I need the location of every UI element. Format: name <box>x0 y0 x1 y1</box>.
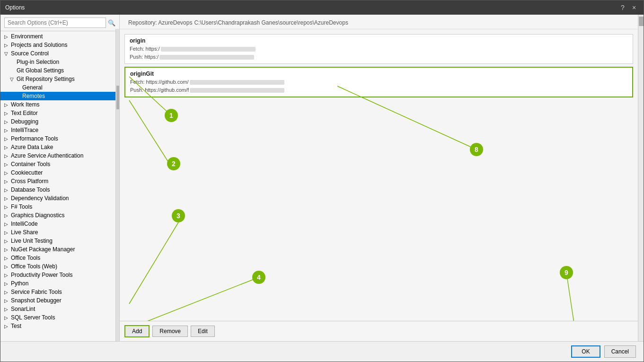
tree-arrow-cookiecutter: ▷ <box>4 170 10 176</box>
sidebar-item-live-unit-testing[interactable]: ▷Live Unit Testing <box>0 237 119 245</box>
sidebar-item-label-snapshot-debugger: Snapshot Debugger <box>11 297 62 304</box>
sidebar-item-remotes[interactable]: Remotes <box>0 92 119 100</box>
sidebar-item-live-share[interactable]: ▷Live Share <box>0 228 119 237</box>
remotes-area: originFetch: https:/Push: https:/originG… <box>120 29 638 321</box>
tree-arrow-azure-service-auth: ▷ <box>4 153 10 159</box>
sidebar-item-label-plugin-selection: Plug-in Selection <box>17 59 59 65</box>
title-bar-left: Options <box>5 4 25 11</box>
sidebar-item-label-productivity-power-tools: Productivity Power Tools <box>11 272 73 278</box>
sidebar-item-label-python: Python <box>11 280 28 287</box>
buttons-footer: Add Remove Edit <box>120 321 638 341</box>
sidebar-item-cookiecutter[interactable]: ▷Cookiecutter <box>0 168 119 177</box>
sidebar-item-database-tools[interactable]: ▷Database Tools <box>0 185 119 194</box>
sidebar: 🔍 ▷Environment▷Projects and Solutions▽So… <box>0 15 120 341</box>
sidebar-item-git-repository-settings[interactable]: ▽Git Repository Settings <box>0 75 119 83</box>
sidebar-item-service-fabric-tools[interactable]: ▷Service Fabric Tools <box>0 288 119 296</box>
sidebar-item-label-nuget-package-manager: NuGet Package Manager <box>11 246 75 253</box>
tree-arrow-git-repository-settings: ▽ <box>10 77 16 82</box>
sidebar-item-nuget-package-manager[interactable]: ▷NuGet Package Manager <box>0 245 119 254</box>
tree-arrow-cross-platform: ▷ <box>4 179 10 184</box>
tree-arrow-intellitrace: ▷ <box>4 128 10 133</box>
close-button[interactable]: × <box>629 3 639 12</box>
tree-arrow-environment: ▷ <box>4 34 10 39</box>
svg-line-1 <box>129 100 174 170</box>
remote-entry-originGit[interactable]: originGitFetch: https://github.com/Push:… <box>124 67 633 97</box>
search-icon: 🔍 <box>108 19 115 26</box>
sidebar-item-azure-data-lake[interactable]: ▷Azure Data Lake <box>0 143 119 151</box>
remote-push-url-origin: Push: https:/ <box>130 53 628 61</box>
sidebar-item-intellitrace[interactable]: ▷IntelliTrace <box>0 126 119 134</box>
sidebar-item-work-items[interactable]: ▷Work Items <box>0 100 119 109</box>
sidebar-item-intellicode[interactable]: ▷IntelliCode <box>0 220 119 228</box>
sidebar-item-dependency-validation[interactable]: ▷Dependency Validation <box>0 194 119 203</box>
tree-arrow-container-tools: ▷ <box>4 162 10 167</box>
tree-arrow-performance-tools: ▷ <box>4 136 10 141</box>
tree-arrow-sql-server-tools: ▷ <box>4 315 10 320</box>
sidebar-item-label-cross-platform: Cross Platform <box>11 178 48 185</box>
sidebar-scrollbar[interactable] <box>115 29 119 341</box>
sidebar-item-label-environment: Environment <box>11 33 43 40</box>
sidebar-item-python[interactable]: ▷Python <box>0 279 119 288</box>
sidebar-item-sonarlint[interactable]: ▷SonarLint <box>0 305 119 313</box>
svg-line-3 <box>143 277 259 321</box>
tree-arrow-live-share: ▷ <box>4 230 10 235</box>
remote-name-originGit: originGit <box>130 71 627 77</box>
sidebar-item-label-general: General <box>22 84 43 91</box>
sidebar-item-performance-tools[interactable]: ▷Performance Tools <box>0 134 119 143</box>
sidebar-item-label-test: Test <box>11 323 21 329</box>
cancel-button[interactable]: Cancel <box>604 345 636 358</box>
sidebar-item-debugging[interactable]: ▷Debugging <box>0 117 119 126</box>
sidebar-item-office-tools[interactable]: ▷Office Tools <box>0 254 119 262</box>
remote-fetch-url-origin: Fetch: https:/ <box>130 45 628 53</box>
tree-arrow-graphics-diagnostics: ▷ <box>4 213 10 218</box>
main-scroll-thumb <box>639 17 644 26</box>
sidebar-item-plugin-selection[interactable]: Plug-in Selection <box>0 58 119 66</box>
sidebar-item-sql-server-tools[interactable]: ▷SQL Server Tools <box>0 313 119 322</box>
remove-button[interactable]: Remove <box>152 326 188 337</box>
sidebar-item-label-cookiecutter: Cookiecutter <box>11 169 43 176</box>
sidebar-item-projects-solutions[interactable]: ▷Projects and Solutions <box>0 41 119 49</box>
ok-button[interactable]: OK <box>571 345 600 358</box>
add-button[interactable]: Add <box>124 325 150 337</box>
sidebar-item-general[interactable]: General <box>0 83 119 92</box>
sidebar-item-environment[interactable]: ▷Environment <box>0 32 119 41</box>
title-bar-controls: ? × <box>618 3 639 12</box>
sidebar-item-graphics-diagnostics[interactable]: ▷Graphics Diagnostics <box>0 211 119 220</box>
main-content: Repository: AzureDevopsC:\Users\Chandrap… <box>120 15 638 341</box>
repository-label: Repository: AzureDevops <box>128 19 192 26</box>
sidebar-item-container-tools[interactable]: ▷Container Tools <box>0 160 119 168</box>
tree-container: ▷Environment▷Projects and Solutions▽Sour… <box>0 31 119 341</box>
tree-arrow-service-fabric-tools: ▷ <box>4 290 10 295</box>
sidebar-item-fsharp-tools[interactable]: ▷F# Tools <box>0 203 119 211</box>
tree-arrow-test: ▷ <box>4 324 10 329</box>
sidebar-item-label-azure-service-auth: Azure Service Authentication <box>11 152 83 159</box>
sidebar-item-cross-platform[interactable]: ▷Cross Platform <box>0 177 119 185</box>
sidebar-item-snapshot-debugger[interactable]: ▷Snapshot Debugger <box>0 296 119 305</box>
sidebar-item-productivity-power-tools[interactable]: ▷Productivity Power Tools <box>0 271 119 279</box>
main-right-scrollbar[interactable] <box>638 15 644 341</box>
sidebar-item-office-tools-web[interactable]: ▷Office Tools (Web) <box>0 262 119 271</box>
sidebar-item-text-editor[interactable]: ▷Text Editor <box>0 109 119 117</box>
edit-button[interactable]: Edit <box>191 326 215 337</box>
options-dialog: Options ? × 🔍 ▷Environment▷Projects and … <box>0 0 644 362</box>
sidebar-item-test[interactable]: ▷Test <box>0 322 119 330</box>
help-button[interactable]: ? <box>618 3 627 12</box>
sidebar-item-label-office-tools: Office Tools <box>11 255 40 261</box>
search-input[interactable] <box>4 18 106 28</box>
title-bar: Options ? × <box>0 0 644 15</box>
sidebar-item-label-sql-server-tools: SQL Server Tools <box>11 314 55 321</box>
tree-arrow-nuget-package-manager: ▷ <box>4 247 10 252</box>
sidebar-item-git-global-settings[interactable]: Git Global Settings <box>0 66 119 75</box>
remote-entry-origin[interactable]: originFetch: https:/Push: https:/ <box>124 34 633 64</box>
tree-arrow-azure-data-lake: ▷ <box>4 145 10 150</box>
annotation-3: 3 <box>172 209 185 222</box>
annotation-2: 2 <box>167 157 180 170</box>
sidebar-item-source-control[interactable]: ▽Source Control <box>0 49 119 58</box>
annotation-4: 4 <box>252 271 265 284</box>
sidebar-item-azure-service-auth[interactable]: ▷Azure Service Authentication <box>0 151 119 160</box>
remote-fetch-url-originGit: Fetch: https://github.com/ <box>130 78 627 86</box>
tree-arrow-office-tools-web: ▷ <box>4 264 10 269</box>
tree-arrow-office-tools: ▷ <box>4 256 10 261</box>
remote-push-url-originGit: Push: https://github.com/f <box>130 86 627 94</box>
tree-arrow-fsharp-tools: ▷ <box>4 204 10 210</box>
